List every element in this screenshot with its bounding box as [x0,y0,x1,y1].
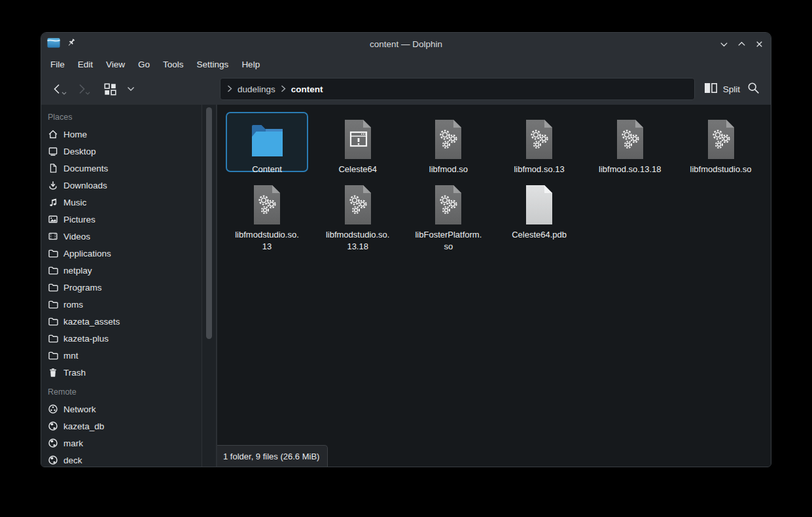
sidebar-item-trash[interactable]: Trash [41,364,202,381]
file-item-libfmodstudio.so.13.18[interactable]: libfmodstudio.so. 13.18 [317,177,399,251]
sidebar-item-downloads[interactable]: Downloads [41,177,202,194]
sidebar-item-pictures[interactable]: Pictures [41,211,202,228]
shared-lib-icon [700,118,742,160]
globe-icon [48,455,58,465]
sidebar-item-mark[interactable]: mark [41,435,202,452]
split-view-icon [704,82,718,96]
file-item-libfmod.so.13.18[interactable]: libfmod.so.13.18 [589,112,671,172]
picture-icon [48,214,58,224]
breadcrumb[interactable]: dudelings content [220,78,695,100]
desktop-icon [48,146,58,156]
sidebar-item-label: Home [63,130,87,139]
file-item-Celeste64.pdb[interactable]: Celeste64.pdb [498,177,580,251]
menubar: FileEditViewGoToolsSettingsHelp [41,55,771,73]
view-mode-dropdown[interactable] [124,79,138,99]
shared-lib-icon [609,118,651,160]
menu-help[interactable]: Help [235,57,266,72]
back-dropdown-caret-icon[interactable] [62,86,67,98]
shared-lib-icon [337,184,379,226]
file-item-libfmod.so[interactable]: libfmod.so [407,112,489,172]
sidebar-item-label: netplay [63,266,92,276]
menu-file[interactable]: File [44,57,71,72]
file-item-label: libfmod.so.13.18 [599,164,661,175]
sidebar-item-music[interactable]: Music [41,194,202,211]
places-panel: PlacesHomeDesktopDocumentsDownloadsMusic… [41,105,202,467]
sidebar-item-label: kazeta-plus [63,334,109,344]
forward-button[interactable] [71,79,91,99]
shared-lib-icon [518,118,560,160]
minimize-button[interactable] [717,37,730,50]
music-icon [48,197,58,207]
file-item-libFosterPlatform.so[interactable]: libFosterPlatform. so [407,177,489,251]
menu-view[interactable]: View [99,57,132,72]
folder-blue-icon [246,118,288,160]
places-scrollbar-thumb[interactable] [206,107,212,339]
file-item-Content[interactable]: Content [226,112,308,172]
file-item-Celeste64[interactable]: Celeste64 [317,112,399,172]
sidebar-item-home[interactable]: Home [41,126,202,143]
sidebar-item-desktop[interactable]: Desktop [41,143,202,160]
file-item-label: libfmod.so [429,164,468,175]
trash-icon [48,367,58,378]
menu-settings[interactable]: Settings [190,57,236,72]
sidebar-item-label: deck [63,455,82,465]
sidebar-item-programs[interactable]: Programs [41,279,202,296]
folder-icon [48,299,58,310]
breadcrumb-separator-chevron-icon [281,83,286,95]
breadcrumb-segment-dudelings[interactable]: dudelings [238,84,275,94]
menu-tools[interactable]: Tools [156,57,190,72]
sidebar-item-label: roms [63,300,83,310]
file-item-libfmod.so.13[interactable]: libfmod.so.13 [498,112,580,172]
folder-icon [48,282,58,293]
places-scrollbar [202,105,217,467]
titlebar[interactable]: content — Dolphin [41,33,771,55]
video-icon [48,231,58,241]
sidebar-item-label: mark [63,438,83,448]
file-item-label: Celeste64.pdb [512,229,567,241]
file-view[interactable]: 1 folder, 9 files (26.6 MiB) ContentCele… [217,105,771,467]
folder-icon [48,350,58,361]
sidebar-item-deck[interactable]: deck [41,452,202,467]
split-button[interactable]: Split [704,79,740,99]
sidebar-item-kazeta_assets[interactable]: kazeta_assets [41,313,202,330]
search-icon [747,82,760,97]
file-item-label: Content [252,164,282,175]
sidebar-item-netplay[interactable]: netplay [41,262,202,279]
app-icon [47,37,60,51]
menu-go[interactable]: Go [132,57,156,72]
folder-icon [48,248,58,258]
desktop-background: content — Dolphin FileEditViewGoToolsSet… [0,0,812,517]
pin-icon[interactable] [66,38,76,50]
sidebar-item-label: Applications [63,249,111,258]
file-item-libfmodstudio.so[interactable]: libfmodstudio.so [680,112,762,172]
sidebar-section-remote: Remote [41,383,202,401]
sidebar-item-roms[interactable]: roms [41,296,202,313]
sidebar-item-mnt[interactable]: mnt [41,347,202,364]
forward-dropdown-caret-icon[interactable] [85,86,90,98]
maximize-button[interactable] [735,37,748,50]
menu-edit[interactable]: Edit [71,57,99,72]
executable-icon [337,118,379,160]
sidebar-item-label: Network [63,404,96,414]
sidebar-item-applications[interactable]: Applications [41,245,202,262]
back-button[interactable] [48,79,67,99]
close-button[interactable] [752,37,766,50]
breadcrumb-root-chevron-icon[interactable] [227,83,232,95]
sidebar-item-label: kazeta_assets [63,317,120,327]
sidebar-item-label: Trash [63,368,86,378]
sidebar-item-kazeta_db[interactable]: kazeta_db [41,418,202,435]
sidebar-item-label: Videos [63,232,90,241]
sidebar-item-label: Programs [63,283,102,293]
content-area: PlacesHomeDesktopDocumentsDownloadsMusic… [41,105,771,467]
sidebar-item-network[interactable]: Network [41,401,202,418]
view-mode-button[interactable] [100,79,120,99]
sidebar-item-documents[interactable]: Documents [41,160,202,177]
document-icon [48,163,58,173]
folder-icon [48,333,58,344]
breadcrumb-segment-content[interactable]: content [291,84,323,94]
sidebar-item-videos[interactable]: Videos [41,228,202,245]
file-item-libfmodstudio.so.13[interactable]: libfmodstudio.so. 13 [226,177,308,251]
search-button[interactable] [744,79,762,99]
toolbar: dudelings content Split [41,73,771,105]
sidebar-item-kazeta-plus[interactable]: kazeta-plus [41,330,202,347]
